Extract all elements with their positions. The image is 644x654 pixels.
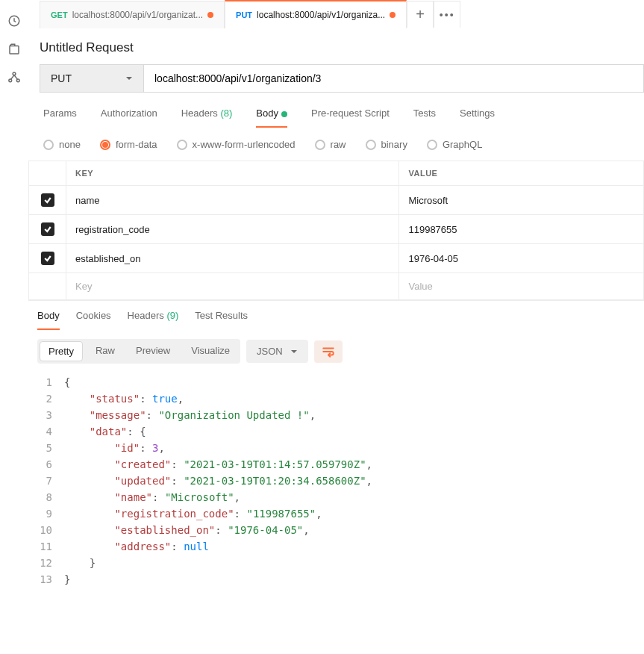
- resp-tab-test-results[interactable]: Test Results: [195, 310, 248, 330]
- history-icon[interactable]: [0, 7, 28, 35]
- cell-value[interactable]: 119987655: [399, 215, 644, 244]
- tab-headers[interactable]: Headers (8): [181, 108, 233, 128]
- row-checkbox[interactable]: [41, 193, 54, 207]
- tab-method: GET: [51, 10, 68, 19]
- table-row: registration_code 119987655: [29, 215, 644, 244]
- col-key: KEY: [66, 161, 399, 186]
- resp-tab-body[interactable]: Body: [37, 310, 60, 330]
- url-row: PUT: [28, 64, 644, 93]
- table-row-empty: Key Value: [29, 273, 644, 300]
- wrap-icon: [322, 345, 335, 358]
- col-value: VALUE: [399, 161, 644, 186]
- main-area: GET localhost:8000/api/v1/organizat... P…: [28, 0, 644, 654]
- dirty-dot-icon: [390, 12, 396, 18]
- raw-button[interactable]: Raw: [85, 339, 125, 364]
- body-type-formdata[interactable]: form-data: [100, 139, 157, 150]
- body-type-binary[interactable]: binary: [366, 139, 407, 150]
- chevron-down-icon: [125, 75, 133, 82]
- cell-key[interactable]: registration_code: [66, 215, 399, 244]
- svg-rect-1: [10, 46, 19, 54]
- wrap-lines-button[interactable]: [314, 340, 343, 363]
- svg-line-5: [11, 75, 15, 80]
- cell-value[interactable]: Microsoft: [399, 186, 644, 215]
- tab-title: localhost:8000/api/v1/organizat...: [72, 10, 203, 20]
- tab-body[interactable]: Body: [256, 108, 287, 128]
- request-name: Untitled Request: [28, 28, 644, 64]
- row-checkbox[interactable]: [41, 222, 54, 236]
- request-tab-2[interactable]: PUT localhost:8000/api/v1/organiza...: [225, 0, 407, 28]
- formdata-table: KEY VALUE name Microsoft registration_co…: [28, 161, 644, 300]
- resp-tab-cookies[interactable]: Cookies: [76, 310, 111, 330]
- request-subtabs: Params Authorization Headers (8) Body Pr…: [28, 93, 644, 128]
- response-tabs: Body Cookies Headers (9) Test Results: [28, 300, 644, 330]
- folder-icon[interactable]: [0, 35, 28, 63]
- response-toolbar: Pretty Raw Preview Visualize JSON: [28, 330, 644, 371]
- body-type-selector: none form-data x-www-form-urlencoded raw…: [28, 128, 644, 161]
- tab-authorization[interactable]: Authorization: [101, 108, 157, 128]
- visualize-button[interactable]: Visualize: [181, 339, 240, 364]
- key-placeholder[interactable]: Key: [66, 273, 399, 300]
- tab-params[interactable]: Params: [43, 108, 77, 128]
- tab-tests[interactable]: Tests: [413, 108, 436, 128]
- cell-value[interactable]: 1976-04-05: [399, 244, 644, 273]
- tab-prerequest[interactable]: Pre-request Script: [311, 108, 390, 128]
- value-placeholder[interactable]: Value: [399, 273, 644, 300]
- resp-tab-headers[interactable]: Headers (9): [128, 310, 179, 330]
- chevron-down-icon: [290, 348, 298, 355]
- preview-button[interactable]: Preview: [125, 339, 181, 364]
- tab-title: localhost:8000/api/v1/organiza...: [257, 10, 385, 20]
- cell-key[interactable]: name: [66, 186, 399, 215]
- pretty-button[interactable]: Pretty: [40, 341, 83, 361]
- method-value: PUT: [51, 72, 72, 84]
- tab-settings[interactable]: Settings: [460, 108, 495, 128]
- cell-key[interactable]: established_on: [66, 244, 399, 273]
- body-active-dot-icon: [281, 111, 287, 117]
- body-type-raw[interactable]: raw: [315, 139, 346, 150]
- row-checkbox[interactable]: [41, 252, 54, 265]
- tab-method: PUT: [236, 10, 252, 19]
- table-row: established_on 1976-04-05: [29, 244, 644, 273]
- left-sidebar: [0, 0, 28, 654]
- body-type-xwww[interactable]: x-www-form-urlencoded: [177, 139, 296, 150]
- more-tabs-button[interactable]: •••: [434, 1, 460, 28]
- body-type-none[interactable]: none: [43, 139, 81, 150]
- url-input[interactable]: [144, 64, 644, 93]
- table-row: name Microsoft: [29, 186, 644, 215]
- request-tabs-bar: GET localhost:8000/api/v1/organizat... P…: [28, 0, 644, 28]
- apis-icon[interactable]: [0, 63, 28, 92]
- body-type-graphql[interactable]: GraphQL: [427, 139, 482, 150]
- add-tab-button[interactable]: +: [407, 1, 434, 28]
- method-select[interactable]: PUT: [40, 64, 144, 93]
- dirty-dot-icon: [207, 12, 213, 18]
- request-tab-1[interactable]: GET localhost:8000/api/v1/organizat...: [40, 1, 225, 28]
- col-checkbox: [29, 161, 66, 186]
- svg-line-6: [14, 75, 18, 80]
- view-mode-group: Pretty Raw Preview Visualize: [37, 339, 240, 364]
- svg-point-2: [13, 72, 16, 75]
- format-select[interactable]: JSON: [246, 340, 308, 363]
- response-body: 1{ 2 "status": true, 3 "message": "Organ…: [28, 371, 644, 588]
